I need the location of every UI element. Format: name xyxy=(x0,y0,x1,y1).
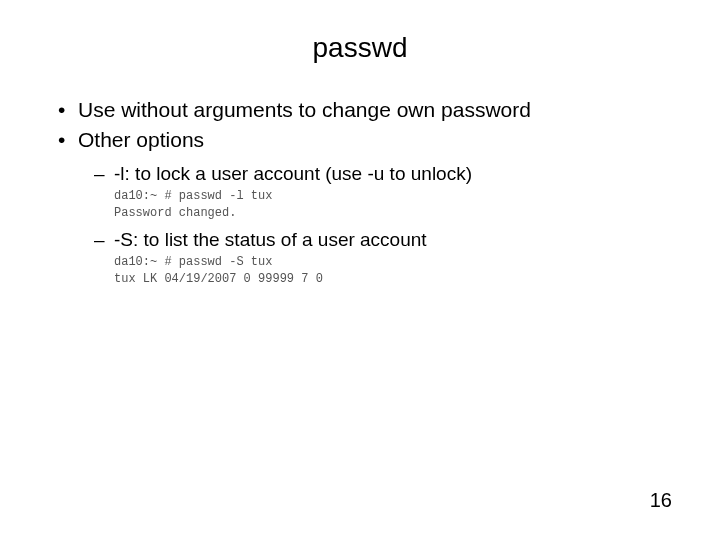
slide-content: Use without arguments to change own pass… xyxy=(50,96,670,287)
slide-title: passwd xyxy=(50,32,670,64)
bullet-option-lock: -l: to lock a user account (use -u to un… xyxy=(54,161,670,187)
bullet-use-without-args: Use without arguments to change own pass… xyxy=(54,96,670,124)
bullet-option-status: -S: to list the status of a user account xyxy=(54,227,670,253)
bullet-other-options: Other options xyxy=(54,126,670,154)
slide: passwd Use without arguments to change o… xyxy=(0,0,720,540)
page-number: 16 xyxy=(650,489,672,512)
code-example-status: da10:~ # passwd -S tux tux LK 04/19/2007… xyxy=(54,254,670,286)
code-example-lock: da10:~ # passwd -l tux Password changed. xyxy=(54,188,670,220)
